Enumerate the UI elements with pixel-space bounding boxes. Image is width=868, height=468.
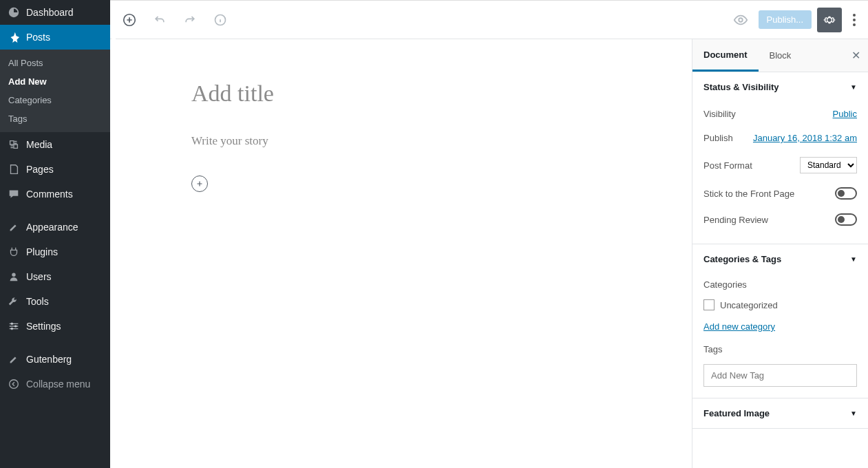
section-header-status[interactable]: Status & Visibility ▼ [692,72,868,102]
pencil-icon [7,352,21,366]
info-button[interactable] [208,8,233,32]
sidebar-item-media[interactable]: Media [0,132,110,157]
sidebar-label: Settings [26,321,61,332]
add-new-category-link[interactable]: Add new category [703,321,775,332]
post-format-label: Post Format [703,160,752,171]
panel-tabs: Document Block ✕ [692,39,868,72]
sidebar-item-posts[interactable]: Posts [0,25,110,50]
section-status-visibility: Status & Visibility ▼ Visibility Public … [692,72,868,244]
svg-point-4 [10,380,19,389]
plug-icon [7,245,21,259]
sidebar-item-appearance[interactable]: Appearance [0,215,110,240]
sidebar-label: Posts [26,32,50,43]
editor-toolbar: Publish... [110,1,868,39]
stick-front-page-label: Stick to the Front Page [703,189,794,199]
sidebar-item-pages[interactable]: Pages [0,157,110,182]
sidebar-label: Collapse menu [26,379,90,390]
submenu-tags[interactable]: Tags [0,109,110,128]
section-title: Status & Visibility [703,82,779,92]
section-categories-tags: Categories & Tags ▼ Categories Uncategor… [692,244,868,398]
sidebar-item-tools[interactable]: Tools [0,289,110,314]
publish-button[interactable]: Publish... [759,10,812,29]
submenu-categories[interactable]: Categories [0,91,110,109]
svg-point-1 [11,323,14,326]
dashboard-icon [7,6,21,19]
brush-icon [7,220,21,234]
admin-sidebar: Dashboard Posts All Posts Add New Catego… [0,0,110,468]
sidebar-label: Users [26,271,52,282]
collapse-icon [7,377,21,391]
sidebar-item-gutenberg[interactable]: Gutenberg [0,347,110,372]
block-editor [110,39,692,468]
sidebar-item-users[interactable]: Users [0,264,110,289]
undo-button[interactable] [147,8,172,32]
sidebar-item-comments[interactable]: Comments [0,182,110,206]
sidebar-label: Gutenberg [26,354,72,365]
chevron-down-icon: ▼ [850,410,857,417]
section-header-featured[interactable]: Featured Image ▼ [692,398,868,428]
more-options-button[interactable] [847,14,861,26]
visibility-label: Visibility [703,109,736,119]
svg-point-3 [11,328,14,330]
pending-review-label: Pending Review [703,215,768,225]
wrench-icon [7,295,21,308]
tab-document[interactable]: Document [692,39,759,72]
sidebar-label: Appearance [26,222,78,233]
post-format-select[interactable]: Standard [800,157,857,173]
stick-front-page-toggle[interactable] [835,187,857,200]
tags-subheading: Tags [703,344,857,354]
add-block-button[interactable] [117,8,142,32]
uncategorized-label: Uncategorized [720,300,778,310]
sidebar-label: Comments [26,189,73,200]
comments-icon [7,187,21,201]
sidebar-label: Tools [26,296,49,307]
settings-toggle-button[interactable] [817,8,842,32]
sidebar-item-dashboard[interactable]: Dashboard [0,0,110,25]
chevron-down-icon: ▼ [850,255,857,263]
sidebar-collapse[interactable]: Collapse menu [0,372,110,396]
settings-panel: Document Block ✕ Status & Visibility ▼ V… [692,39,868,468]
chevron-down-icon: ▼ [850,83,857,91]
sidebar-label: Media [26,139,52,150]
sidebar-label: Plugins [26,246,58,257]
post-title-input[interactable] [191,81,637,107]
submenu-add-new[interactable]: Add New [0,72,110,91]
svg-point-2 [14,325,17,328]
redo-button[interactable] [178,8,202,32]
user-icon [7,270,21,284]
section-title: Featured Image [703,408,770,418]
submenu-all-posts[interactable]: All Posts [0,54,110,72]
media-icon [7,138,21,151]
pending-review-toggle[interactable] [835,213,857,226]
preview-button[interactable] [728,8,753,32]
sidebar-item-settings[interactable]: Settings [0,314,110,339]
post-content-input[interactable] [191,134,637,148]
section-header-cats[interactable]: Categories & Tags ▼ [692,244,868,274]
uncategorized-checkbox[interactable] [703,299,714,310]
pages-icon [7,162,21,176]
sidebar-label: Dashboard [26,7,74,18]
posts-submenu: All Posts Add New Categories Tags [0,50,110,132]
main-area: Publish... Document Block ✕ [110,0,868,468]
publish-label: Publish [703,133,733,143]
visibility-value-link[interactable]: Public [833,109,857,119]
svg-point-0 [12,273,15,277]
sidebar-label: Pages [26,164,54,175]
add-tag-input[interactable] [703,364,857,387]
svg-point-7 [739,18,743,22]
tab-block[interactable]: Block [759,39,803,72]
publish-date-link[interactable]: January 16, 2018 1:32 am [753,133,857,143]
pin-icon [7,30,21,44]
categories-subheading: Categories [703,279,857,290]
sidebar-item-plugins[interactable]: Plugins [0,240,110,264]
section-title: Categories & Tags [703,254,781,264]
insert-block-button[interactable] [191,176,208,192]
sliders-icon [7,319,21,333]
section-featured-image: Featured Image ▼ [692,398,868,429]
close-panel-button[interactable]: ✕ [843,49,868,62]
